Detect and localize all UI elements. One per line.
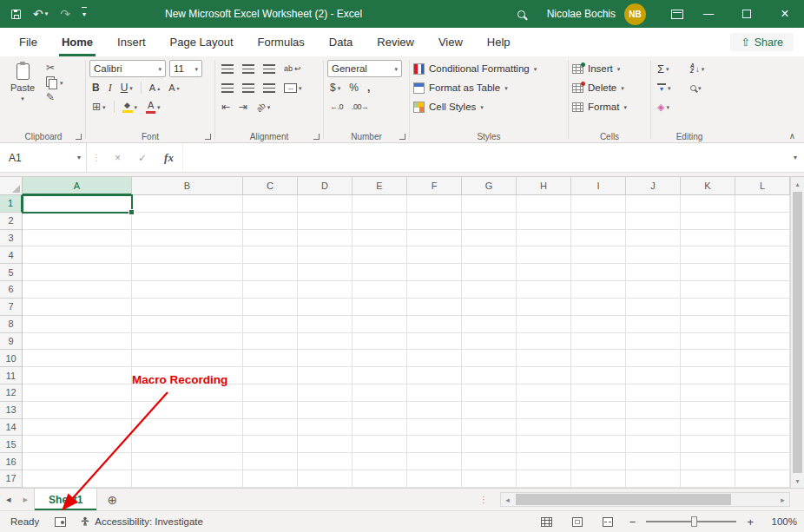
cell-C8[interactable] — [243, 316, 298, 333]
cell-C14[interactable] — [243, 419, 298, 437]
cell-styles-button[interactable]: Cell Styles ▾ — [413, 97, 565, 116]
cell-J2[interactable] — [626, 213, 681, 230]
cell-H3[interactable] — [517, 230, 571, 247]
cell-F6[interactable] — [407, 281, 462, 299]
cell-J9[interactable] — [626, 333, 681, 351]
cell-G10[interactable] — [462, 350, 517, 367]
cell-K17[interactable] — [681, 470, 735, 488]
cell-B1[interactable] — [132, 195, 243, 213]
cell-E4[interactable] — [353, 246, 407, 264]
cell-F17[interactable] — [407, 470, 462, 488]
cell-C5[interactable] — [243, 264, 298, 281]
cell-E14[interactable] — [353, 419, 407, 437]
cell-I14[interactable] — [571, 419, 626, 437]
cell-I17[interactable] — [571, 470, 626, 488]
cell-H4[interactable] — [517, 246, 571, 264]
sheet-nav-right-button[interactable]: ▸ — [17, 489, 35, 510]
select-all-button[interactable] — [0, 177, 23, 195]
column-header-I[interactable]: I — [571, 177, 626, 195]
accessibility-status-button[interactable]: Accessibility: Investigate — [80, 516, 203, 527]
horizontal-scrollbar-thumb[interactable] — [516, 494, 731, 505]
cell-D5[interactable] — [298, 264, 353, 281]
cell-B9[interactable] — [132, 333, 243, 351]
tab-page-layout[interactable]: Page Layout — [158, 28, 246, 56]
cell-A6[interactable] — [23, 281, 132, 299]
cell-I15[interactable] — [571, 436, 626, 453]
font-color-button[interactable]: A▾ — [143, 100, 163, 115]
cell-J8[interactable] — [626, 316, 681, 333]
tab-file[interactable]: File — [7, 28, 49, 56]
cell-A10[interactable] — [23, 350, 132, 367]
cell-K14[interactable] — [681, 419, 735, 437]
decrease-indent-button[interactable]: ⇤ — [219, 100, 233, 114]
cell-I13[interactable] — [571, 402, 626, 419]
column-header-G[interactable]: G — [462, 177, 517, 195]
cell-B12[interactable] — [132, 384, 243, 402]
cell-D13[interactable] — [298, 402, 353, 419]
cell-B7[interactable] — [132, 299, 243, 316]
cell-E17[interactable] — [353, 470, 407, 488]
cell-F12[interactable] — [407, 384, 462, 402]
name-box-dropdown-icon[interactable]: ▾ — [77, 154, 81, 161]
cell-I12[interactable] — [571, 384, 626, 402]
cell-K11[interactable] — [681, 367, 735, 384]
cell-A16[interactable] — [23, 453, 132, 470]
cell-D9[interactable] — [298, 333, 353, 351]
cell-F9[interactable] — [407, 333, 462, 351]
number-format-combo[interactable]: General▾ — [327, 60, 402, 77]
cell-L3[interactable] — [735, 230, 790, 247]
formula-bar-expand-icon[interactable]: ▾ — [787, 143, 804, 172]
macro-record-button[interactable] — [55, 517, 66, 527]
cell-I1[interactable] — [571, 195, 626, 213]
orientation-button[interactable]: ab▾ — [254, 102, 273, 113]
cell-L10[interactable] — [735, 350, 790, 367]
cell-L12[interactable] — [735, 384, 790, 402]
cell-J1[interactable] — [626, 195, 681, 213]
cell-I2[interactable] — [571, 213, 626, 230]
cell-I11[interactable] — [571, 367, 626, 384]
zoom-slider[interactable] — [646, 521, 736, 522]
tab-home[interactable]: Home — [49, 28, 105, 56]
cell-E10[interactable] — [353, 350, 407, 367]
cell-C10[interactable] — [243, 350, 298, 367]
tab-review[interactable]: Review — [365, 28, 426, 56]
cell-L9[interactable] — [735, 333, 790, 351]
row-header-3[interactable]: 3 — [0, 230, 23, 247]
align-left-button[interactable] — [219, 82, 236, 94]
cell-E11[interactable] — [353, 367, 407, 384]
cell-E9[interactable] — [353, 333, 407, 351]
underline-button[interactable]: U▾ — [118, 81, 135, 95]
avatar[interactable]: NB — [624, 3, 646, 25]
cell-D10[interactable] — [298, 350, 353, 367]
row-header-12[interactable]: 12 — [0, 384, 23, 402]
cell-I5[interactable] — [571, 264, 626, 281]
cell-A8[interactable] — [23, 316, 132, 333]
cell-I7[interactable] — [571, 299, 626, 316]
cell-C3[interactable] — [243, 230, 298, 247]
cell-C13[interactable] — [243, 402, 298, 419]
cell-A13[interactable] — [23, 402, 132, 419]
cell-B17[interactable] — [132, 470, 243, 488]
cell-J3[interactable] — [626, 230, 681, 247]
vertical-scrollbar[interactable]: ▴ ▾ — [790, 177, 804, 488]
cell-B2[interactable] — [132, 213, 243, 230]
clear-button[interactable]: ◈▾ — [655, 101, 688, 114]
cell-A15[interactable] — [23, 436, 132, 453]
cell-A5[interactable] — [23, 264, 132, 281]
customize-quick-access-button[interactable]: ▾ — [76, 0, 92, 28]
cell-A12[interactable] — [23, 384, 132, 402]
column-header-F[interactable]: F — [407, 177, 462, 195]
cell-K1[interactable] — [681, 195, 735, 213]
minimize-button[interactable]: — — [689, 0, 728, 28]
cell-H10[interactable] — [517, 350, 571, 367]
top-align-button[interactable] — [219, 63, 236, 75]
cell-H17[interactable] — [517, 470, 571, 488]
cell-G5[interactable] — [462, 264, 517, 281]
row-header-8[interactable]: 8 — [0, 316, 23, 333]
cell-K8[interactable] — [681, 316, 735, 333]
cell-K4[interactable] — [681, 246, 735, 264]
cell-F14[interactable] — [407, 419, 462, 437]
bottom-align-button[interactable] — [260, 63, 278, 75]
cell-G3[interactable] — [462, 230, 517, 247]
cell-F3[interactable] — [407, 230, 462, 247]
